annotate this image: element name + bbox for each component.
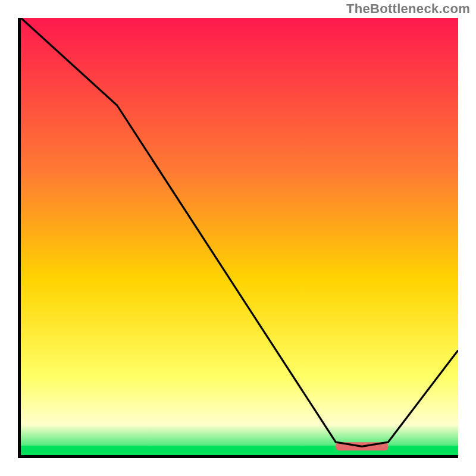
gradient-background xyxy=(21,18,458,455)
attribution-label: TheBottleneck.com xyxy=(346,1,470,17)
green-baseline-band xyxy=(21,446,458,455)
chart-svg xyxy=(21,18,458,455)
chart-container: TheBottleneck.com xyxy=(0,0,476,476)
plot-area xyxy=(18,18,458,458)
